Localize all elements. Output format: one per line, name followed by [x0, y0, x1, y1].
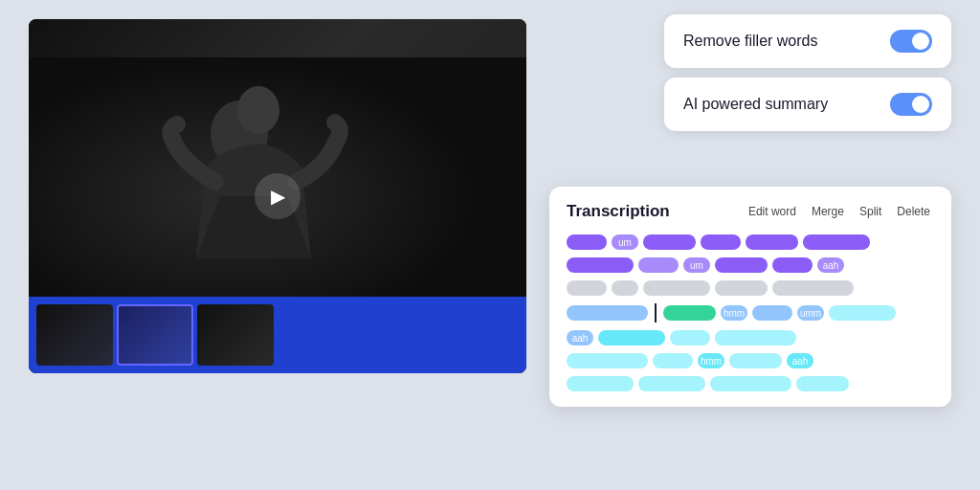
word-block-um[interactable]: um — [612, 234, 638, 250]
word-row-1: um — [567, 234, 934, 250]
word-block[interactable] — [643, 234, 696, 250]
word-block — [567, 280, 607, 296]
ai-summary-label: AI powered summary — [683, 96, 828, 113]
word-block[interactable] — [746, 234, 798, 250]
word-block[interactable] — [772, 257, 813, 273]
filmstrip-bar — [29, 297, 526, 373]
ai-summary-card: AI powered summary — [664, 78, 951, 131]
word-block[interactable] — [796, 376, 849, 391]
word-row-3 — [567, 280, 934, 296]
word-block — [772, 280, 854, 296]
word-row-7 — [567, 376, 934, 391]
word-block — [612, 280, 638, 296]
toggle-knob-2 — [912, 96, 929, 113]
word-block[interactable] — [701, 234, 741, 250]
transcription-header: Transcription Edit word Merge Split Dele… — [567, 202, 934, 221]
delete-button[interactable]: Delete — [893, 203, 934, 220]
word-rows: um um aah — [567, 234, 934, 391]
word-block[interactable] — [829, 305, 896, 321]
word-block[interactable] — [729, 353, 782, 368]
word-block[interactable] — [567, 376, 634, 391]
toggle-knob-1 — [912, 33, 929, 50]
word-row-2: um aah — [567, 257, 934, 273]
ai-summary-toggle[interactable] — [890, 93, 932, 116]
word-block[interactable] — [710, 376, 791, 391]
remove-filler-toggle[interactable] — [890, 30, 932, 53]
word-block-aah2[interactable]: aah — [567, 330, 593, 345]
remove-filler-card: Remove filler words — [664, 14, 951, 68]
word-block[interactable] — [653, 353, 693, 368]
word-block — [715, 280, 768, 296]
word-block-hmm2[interactable]: hmm — [698, 353, 724, 368]
word-block[interactable] — [715, 257, 768, 273]
play-button[interactable]: ▶ — [255, 173, 301, 219]
split-button[interactable]: Split — [856, 203, 885, 220]
text-cursor — [655, 303, 657, 323]
word-block[interactable] — [752, 305, 792, 321]
svg-point-3 — [237, 86, 279, 134]
word-block-hmm[interactable]: hmm — [721, 305, 747, 321]
main-container: ▶ Remove filler words AI powered summary — [0, 0, 980, 490]
word-row-5: aah — [567, 330, 934, 345]
transcription-actions: Edit word Merge Split Delete — [745, 203, 934, 220]
edit-word-button[interactable]: Edit word — [745, 203, 800, 220]
word-block[interactable] — [715, 330, 796, 345]
word-block[interactable] — [670, 330, 710, 345]
transcription-panel: Transcription Edit word Merge Split Dele… — [549, 187, 951, 407]
word-block-um2[interactable]: um — [683, 257, 710, 273]
word-block-aah3[interactable]: aah — [787, 353, 813, 368]
remove-filler-label: Remove filler words — [683, 33, 817, 50]
word-block-umm[interactable]: umm — [797, 305, 824, 321]
video-player[interactable]: ▶ — [29, 19, 526, 373]
word-block[interactable] — [638, 376, 705, 391]
transcription-title: Transcription — [567, 202, 670, 221]
word-block[interactable] — [803, 234, 870, 250]
word-row-6: hmm aah — [567, 353, 934, 368]
word-block — [643, 280, 710, 296]
film-thumb-2[interactable] — [117, 304, 193, 366]
word-block[interactable] — [567, 257, 634, 273]
word-block[interactable] — [567, 305, 648, 321]
feature-cards-container: Remove filler words AI powered summary — [664, 14, 951, 131]
merge-button[interactable]: Merge — [808, 203, 848, 220]
film-thumb-1[interactable] — [36, 304, 113, 366]
word-block[interactable] — [638, 257, 679, 273]
word-row-4: hmm umm — [567, 303, 934, 323]
film-thumb-3[interactable] — [197, 304, 274, 366]
word-block[interactable] — [567, 234, 607, 250]
word-block[interactable] — [598, 330, 665, 345]
word-block-aah[interactable]: aah — [817, 257, 844, 273]
word-block[interactable] — [663, 305, 716, 321]
word-block[interactable] — [567, 353, 648, 368]
